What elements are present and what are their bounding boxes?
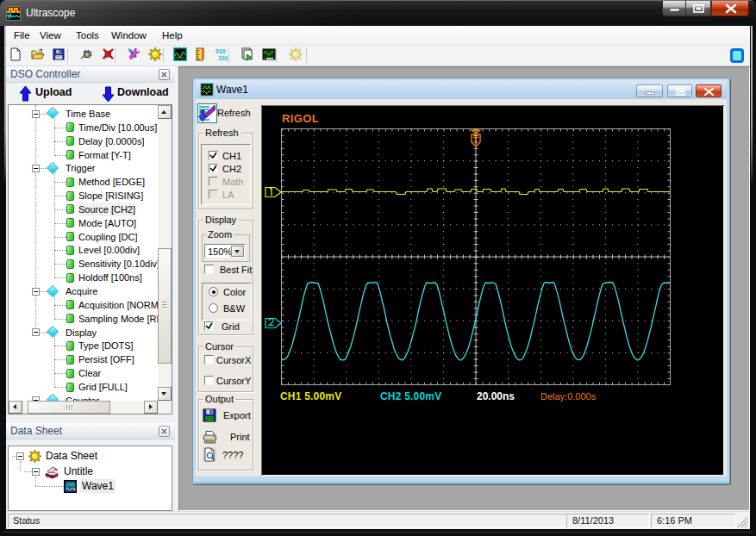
svg-text:CH1 5.00mV: CH1 5.00mV [280, 390, 341, 402]
svg-text:20.00ns: 20.00ns [477, 390, 515, 402]
svg-text:RIGOL: RIGOL [282, 112, 319, 125]
svg-text:Delay:0.000s: Delay:0.000s [540, 391, 597, 402]
svg-text:010: 010 [216, 48, 226, 54]
svg-text:CH2 5.00mV: CH2 5.00mV [380, 390, 441, 402]
svg-text:101: 101 [218, 55, 228, 61]
